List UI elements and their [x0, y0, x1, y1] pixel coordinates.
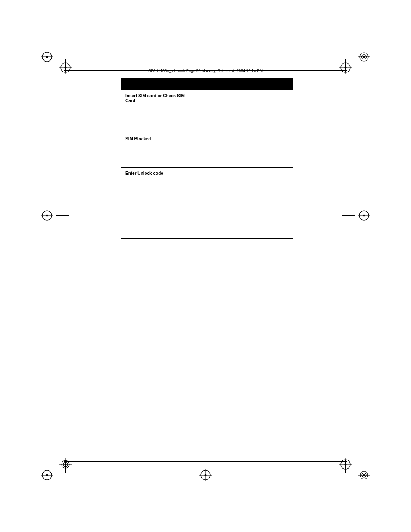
table-cell-right-1 — [193, 90, 293, 133]
margin-line-top — [64, 70, 347, 71]
table-cell-right-4 — [193, 204, 293, 239]
table-cell-left-4 — [121, 204, 193, 239]
svg-point-33 — [46, 474, 48, 476]
table-row — [121, 204, 293, 239]
reg-mark-bottom-left-outer — [41, 469, 53, 481]
reg-mark-bottom-right-outer — [358, 469, 370, 481]
svg-point-46 — [363, 474, 365, 476]
table-cell-left-2: SIM Blocked — [121, 133, 193, 168]
tick-mid-right-h — [342, 215, 355, 216]
table-row: Insert SIM card or Check SIM Card — [121, 90, 293, 133]
table-cell-left-3: Enter Unlock code — [121, 168, 193, 204]
svg-point-37 — [205, 474, 207, 476]
reg-mark-top-left-outer — [41, 51, 53, 63]
reg-mark-bottom-center — [199, 469, 212, 481]
tick-bottom-right-h — [342, 464, 355, 464]
header-text: CFJN1105A_v1.book Page 98 Monday, Octobe… — [146, 68, 265, 73]
table-cell-left-1: Insert SIM card or Check SIM Card — [121, 90, 193, 133]
table-header-cell — [121, 78, 293, 90]
content-area: Insert SIM card or Check SIM Card SIM Bl… — [121, 78, 293, 239]
table-row: SIM Blocked — [121, 133, 293, 168]
table-cell-right-2 — [193, 133, 293, 168]
svg-point-3 — [46, 56, 48, 58]
tick-bottom-left-h — [56, 464, 69, 464]
reg-mark-middle-right — [358, 209, 370, 221]
reg-mark-bottom-right-inner — [339, 458, 352, 470]
reg-mark-top-right-outer — [358, 51, 370, 63]
svg-point-20 — [46, 215, 48, 217]
svg-point-12 — [363, 56, 365, 58]
tick-mid-left-h — [56, 215, 69, 216]
table-cell-right-3 — [193, 168, 293, 204]
reg-mark-middle-left — [41, 209, 53, 221]
header-bar: CFJN1105A_v1.book Page 98 Monday, Octobe… — [64, 67, 347, 75]
table-row: Enter Unlock code — [121, 168, 293, 204]
margin-line-bottom — [64, 461, 347, 462]
svg-point-24 — [363, 215, 365, 217]
table-header-row — [121, 78, 293, 90]
data-table: Insert SIM card or Check SIM Card SIM Bl… — [121, 78, 293, 239]
